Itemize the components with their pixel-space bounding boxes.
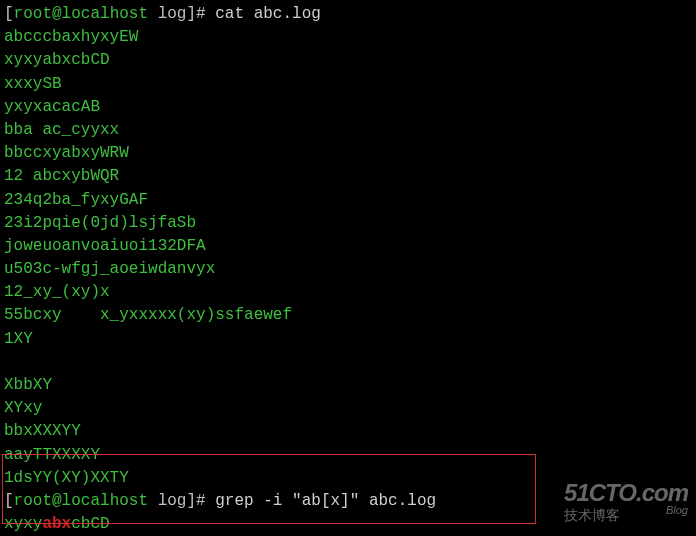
user-host: root@localhost <box>14 5 148 23</box>
watermark: 51CTO.com 技术博客 Blog <box>564 480 688 524</box>
command-cat: cat abc.log <box>206 5 321 23</box>
output-line: 23i2pqie(0jd)lsjfaSb <box>4 212 692 235</box>
cwd: log <box>148 5 186 23</box>
output-line: 12_xy_(xy)x <box>4 281 692 304</box>
blank-line <box>4 351 692 374</box>
output-line: u503c-wfgj_aoeiwdanvyx <box>4 258 692 281</box>
cwd: log <box>148 492 186 510</box>
output-line: 12 abcxybWQR <box>4 165 692 188</box>
bracket-open: [ <box>4 492 14 510</box>
output-line: 55bcxy x_yxxxxx(xy)ssfaewef <box>4 304 692 327</box>
grep-match: abx <box>42 515 71 533</box>
output-line: XbbXY <box>4 374 692 397</box>
output-line: bbxXXXYY <box>4 420 692 443</box>
output-line: XYxy <box>4 397 692 420</box>
watermark-blog: Blog <box>666 504 688 516</box>
output-line: yxyxacacAB <box>4 96 692 119</box>
grep-post: cbCD <box>71 515 109 533</box>
watermark-domain: 51CTO.com <box>564 480 688 506</box>
output-line: aayTTXXXXY <box>4 444 692 467</box>
output-line: joweuoanvoaiuoi132DFA <box>4 235 692 258</box>
grep-pre: xyxy <box>4 515 42 533</box>
output-line: 1XY <box>4 328 692 351</box>
output-line: abcccbaxhyxyEW <box>4 26 692 49</box>
user-host: root@localhost <box>14 492 148 510</box>
bracket-close: ] <box>186 492 196 510</box>
output-line: 234q2ba_fyxyGAF <box>4 189 692 212</box>
watermark-sub: 技术博客 <box>564 507 620 523</box>
prompt-symbol: # <box>196 5 206 23</box>
bracket-open: [ <box>4 5 14 23</box>
output-line: bbccxyabxyWRW <box>4 142 692 165</box>
command-grep: grep -i "ab[x]" abc.log <box>206 492 436 510</box>
output-line: xyxyabxcbCD <box>4 49 692 72</box>
bracket-close: ] <box>186 5 196 23</box>
output-line: bba ac_cyyxx <box>4 119 692 142</box>
prompt-line-1[interactable]: [root@localhost log]# cat abc.log <box>4 3 692 26</box>
output-line: xxxySB <box>4 73 692 96</box>
prompt-symbol: # <box>196 492 206 510</box>
